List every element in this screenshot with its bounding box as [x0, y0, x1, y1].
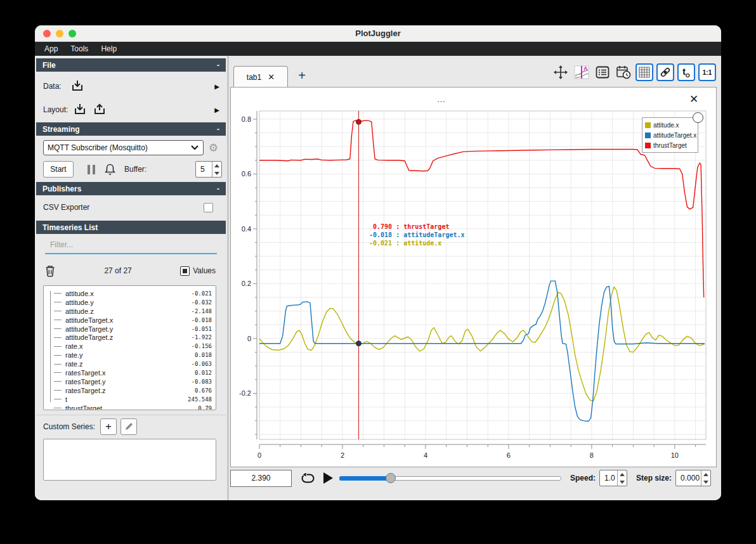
speed-up-icon[interactable] — [618, 470, 627, 478]
tree-branch-line — [54, 399, 62, 399]
start-button[interactable]: Start — [43, 161, 74, 178]
tree-branch-line — [54, 302, 62, 302]
series-attitudeTarget.x[interactable] — [259, 281, 705, 421]
load-data-icon[interactable] — [70, 79, 84, 93]
link-axes-icon[interactable] — [656, 63, 674, 81]
x-tick-label: 4 — [424, 451, 427, 459]
load-layout-icon[interactable] — [73, 103, 87, 117]
custom-series-list[interactable] — [43, 439, 216, 481]
buffer-down-icon[interactable] — [212, 169, 221, 177]
edit-custom-series-button[interactable] — [121, 418, 137, 435]
play-button[interactable] — [323, 472, 333, 484]
legend-handle[interactable] — [693, 112, 703, 123]
timeseries-name: attitude.y — [65, 299, 94, 306]
timeseries-item[interactable]: ratesTarget.x0.012 — [48, 368, 213, 377]
layout-expand-arrow-icon[interactable]: ▶ — [214, 107, 219, 113]
collapse-streaming-button[interactable]: - — [217, 125, 219, 134]
timeseries-item[interactable]: attitudeTarget.z-1.922 — [48, 333, 213, 342]
speed-spinbox[interactable]: 1.0 — [599, 470, 627, 486]
legend-swatch — [645, 122, 651, 128]
step-down-icon[interactable] — [701, 478, 710, 486]
time-offset-icon[interactable]: tO — [677, 63, 695, 81]
loop-icon[interactable] — [300, 470, 316, 486]
collapse-file-button[interactable]: - — [217, 61, 219, 70]
curve-tracker-icon[interactable]: A — [573, 63, 590, 81]
tab-close-icon[interactable]: ✕ — [268, 72, 275, 82]
plot-close-icon[interactable]: ✕ — [689, 93, 698, 106]
timeseries-list[interactable]: attitude.x-0.021attitude.y-0.032attitude… — [43, 285, 216, 410]
publishers-header-label: Publishers — [42, 185, 81, 193]
trash-icon[interactable] — [44, 264, 56, 277]
timeseries-item[interactable]: thrustTarget0.79 — [48, 404, 213, 410]
timeseries-item[interactable]: rate.x-0.156 — [48, 342, 213, 351]
legend-item[interactable]: thrustTarget — [645, 140, 695, 150]
values-label: Values — [193, 266, 216, 275]
collapse-publishers-button[interactable]: - — [217, 185, 219, 193]
legend-label: attitude.x — [653, 122, 679, 129]
menu-tools[interactable]: Tools — [65, 43, 94, 55]
menu-app[interactable]: App — [39, 43, 63, 55]
datetime-icon[interactable] — [615, 63, 632, 81]
slider-handle[interactable] — [386, 473, 396, 483]
tree-branch-line — [54, 337, 62, 338]
plot-widget[interactable]: 0246810-0.200.20.40.60.8 ... ✕ attitude.… — [230, 87, 717, 467]
timeseries-item[interactable]: attitudeTarget.x-0.018 — [48, 316, 213, 325]
legend-item[interactable]: attitude.x — [645, 120, 695, 130]
pause-icon[interactable] — [88, 165, 95, 174]
timeseries-name: ratesTarget.y — [65, 378, 106, 385]
series-thrustTarget[interactable] — [259, 120, 704, 297]
add-custom-series-button[interactable]: + — [100, 418, 117, 435]
list-view-icon[interactable] — [594, 63, 611, 81]
streaming-source-select[interactable]: MQTT Subscriber (Mosquitto) — [43, 140, 204, 155]
legend-swatch — [645, 143, 651, 148]
tab-tab1[interactable]: tab1 ✕ — [233, 66, 288, 87]
streaming-source-row: MQTT Subscriber (Mosquitto) ⚙ — [36, 138, 226, 157]
tree-branch-line — [54, 364, 62, 365]
timeseries-item[interactable]: rate.z-0.063 — [48, 359, 213, 368]
timeseries-item[interactable]: attitude.z-2.148 — [48, 307, 213, 316]
playback-controls: 2.390 Speed: 1.0 Step size: 0.000 — [230, 467, 720, 489]
timeseries-item[interactable]: attitude.y-0.032 — [48, 298, 213, 307]
buffer-spinbox[interactable]: 5 — [195, 161, 222, 178]
current-time-field[interactable]: 2.390 — [230, 470, 292, 487]
move-arrows-icon[interactable] — [552, 63, 570, 81]
values-checkbox[interactable] — [180, 266, 190, 276]
timeseries-name: ratesTarget.z — [65, 387, 106, 394]
timeseries-item[interactable]: t245.548 — [48, 395, 213, 404]
section-header-publishers[interactable]: Publishers - — [36, 182, 226, 195]
streaming-settings-gear-icon[interactable]: ⚙ — [209, 141, 218, 155]
tracker-readout: 0.790 : thrustTarget-0.018 : attitudeTar… — [369, 223, 465, 247]
notification-bell-icon[interactable] — [104, 163, 116, 176]
step-up-icon[interactable] — [701, 470, 710, 478]
timeseries-item[interactable]: ratesTarget.z0.676 — [48, 386, 213, 395]
section-header-file[interactable]: File - — [36, 58, 226, 72]
timeseries-item[interactable]: ratesTarget.y-0.083 — [48, 377, 213, 386]
speed-down-icon[interactable] — [618, 478, 627, 486]
section-header-streaming[interactable]: Streaming - — [36, 122, 226, 136]
timeseries-value: 0.676 — [195, 387, 213, 394]
buffer-up-icon[interactable] — [212, 162, 221, 169]
add-tab-button[interactable]: + — [294, 67, 310, 84]
plot-legend[interactable]: attitude.xattitudeTarget.xthrustTarget — [642, 117, 698, 153]
time-slider[interactable] — [339, 473, 561, 483]
save-layout-icon[interactable] — [93, 103, 107, 117]
timeseries-item[interactable]: attitudeTarget.y-0.051 — [48, 325, 213, 334]
data-expand-arrow-icon[interactable]: ▶ — [214, 83, 219, 90]
menu-help[interactable]: Help — [95, 43, 122, 55]
section-header-timeseries[interactable]: Timeseries List — [36, 221, 226, 234]
timeseries-item[interactable]: rate.y0.018 — [48, 351, 213, 359]
timeseries-item[interactable]: attitude.x-0.021 — [48, 289, 213, 298]
legend-label: attitudeTarget.x — [653, 132, 696, 139]
list-toolbar-row: 27 of 27 Values — [36, 262, 226, 279]
filter-input[interactable] — [45, 238, 217, 254]
csv-exporter-checkbox[interactable] — [204, 203, 213, 212]
grid-layout-icon[interactable] — [635, 63, 653, 81]
tree-branch-line — [54, 381, 62, 382]
timeseries-value: 245.548 — [188, 396, 213, 403]
step-size-spinbox[interactable]: 0.000 — [675, 470, 711, 486]
ratio-1to1-icon[interactable]: 1:1 — [698, 63, 716, 81]
buffer-value: 5 — [196, 162, 212, 177]
legend-item[interactable]: attitudeTarget.x — [645, 130, 695, 140]
tree-branch-line — [54, 328, 62, 329]
tree-branch-line — [54, 372, 62, 373]
